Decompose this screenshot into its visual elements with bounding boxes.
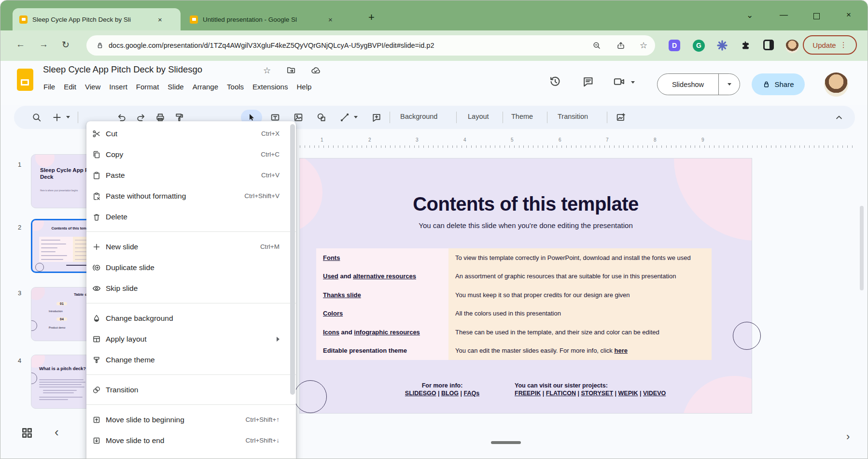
browser-tab-inactive[interactable]: Untitled presentation - Google Sl × xyxy=(183,8,352,30)
expand-panel-chevron-icon[interactable]: › xyxy=(846,430,850,443)
new-slide-caret-icon[interactable] xyxy=(66,116,70,118)
wepik-link[interactable]: WEPIK xyxy=(618,390,638,397)
menu-slide[interactable]: Slide xyxy=(163,80,188,93)
extension-d-icon[interactable]: D xyxy=(669,40,680,51)
account-avatar[interactable] xyxy=(824,72,848,97)
videvo-link[interactable]: VIDEVO xyxy=(643,390,666,397)
new-tab-button[interactable]: + xyxy=(368,11,375,24)
blog-link[interactable]: BLOG xyxy=(441,390,459,397)
context-menu-item-paste-without-formatting[interactable]: Paste without formatting Ctrl+Shift+V xyxy=(86,186,296,206)
zoom-out-icon[interactable] xyxy=(592,41,601,50)
context-menu-item-copy[interactable]: Copy Ctrl+C xyxy=(86,144,296,165)
slide-subtitle[interactable]: You can delete this slide when you're do… xyxy=(300,221,752,230)
context-menu-item-move-slide-to-end[interactable]: Move slide to end Ctrl+Shift+↓ xyxy=(86,430,296,451)
chrome-update-button[interactable]: Update ⋮ xyxy=(803,35,857,55)
tab-close-icon[interactable]: × xyxy=(158,15,162,24)
context-menu-item-change-theme[interactable]: Change theme xyxy=(86,349,296,370)
menu-tools[interactable]: Tools xyxy=(223,80,248,93)
table-row-label: Colors xyxy=(316,304,448,323)
menu-view[interactable]: View xyxy=(81,80,105,93)
back-button[interactable]: ← xyxy=(16,39,25,50)
faqs-link[interactable]: FAQs xyxy=(463,390,479,397)
context-menu-item-transition[interactable]: Transition xyxy=(86,379,296,400)
slideshow-dropdown[interactable] xyxy=(718,74,740,95)
slides-logo[interactable] xyxy=(17,69,33,91)
menu-file[interactable]: File xyxy=(39,80,59,93)
slide-canvas[interactable]: Contents of this template You can delete… xyxy=(300,158,752,413)
layout-button[interactable]: Layout xyxy=(468,113,489,120)
menu-format[interactable]: Format xyxy=(132,80,164,93)
update-menu-kebab-icon[interactable]: ⋮ xyxy=(840,41,847,49)
storyset-link[interactable]: STORYSET xyxy=(581,390,613,397)
menu-arrange[interactable]: Arrange xyxy=(188,80,223,93)
share-page-icon[interactable] xyxy=(616,41,625,50)
contents-table[interactable]: Fonts Used and alternative resources Tha… xyxy=(316,248,712,360)
document-title[interactable]: Sleep Cycle App Pitch Deck by Slidesgo xyxy=(43,64,202,75)
insert-comment-icon[interactable] xyxy=(371,112,382,123)
maximize-button[interactable] xyxy=(813,13,820,19)
menu-help[interactable]: Help xyxy=(292,80,316,93)
close-window-icon[interactable]: × xyxy=(846,10,851,20)
flaticon-link[interactable]: FLATICON xyxy=(546,390,576,397)
line-caret-icon[interactable] xyxy=(354,116,358,118)
context-menu-item-skip-slide[interactable]: Skip slide xyxy=(86,278,296,299)
extensions-puzzle-icon[interactable] xyxy=(740,40,752,51)
table-row-desc: These can be used in the template, and t… xyxy=(448,323,712,342)
grammarly-extension-icon[interactable]: G xyxy=(693,40,705,52)
bookmark-star-icon[interactable]: ☆ xyxy=(640,40,647,51)
collapse-filmstrip-chevron-icon[interactable]: ‹ xyxy=(55,425,59,440)
search-menus-icon[interactable] xyxy=(31,112,42,123)
insert-image-placeholder-icon[interactable] xyxy=(616,112,626,123)
meet-camera-icon[interactable] xyxy=(613,75,626,88)
browser-tab-active[interactable]: Sleep Cycle App Pitch Deck by Sli × xyxy=(13,8,181,30)
menu-edit[interactable]: Edit xyxy=(59,80,81,93)
insert-shape-icon[interactable] xyxy=(316,112,327,123)
context-menu-item-paste[interactable]: Paste Ctrl+V xyxy=(86,165,296,186)
browser-profile-avatar[interactable] xyxy=(785,40,799,53)
collapse-toolbar-icon[interactable] xyxy=(834,112,844,123)
insert-line-icon[interactable] xyxy=(339,112,350,123)
docs-header: Sleep Cycle App Pitch Deck by Slidesgo ☆… xyxy=(0,61,868,105)
insert-image-icon[interactable] xyxy=(293,112,304,123)
tab-search-chevron-icon[interactable]: ⌄ xyxy=(746,10,753,20)
slide-number: 1 xyxy=(18,161,21,168)
context-menu-item-apply-layout[interactable]: Apply layout xyxy=(86,329,296,349)
context-menu-item-change-background[interactable]: Change background xyxy=(86,308,296,329)
forward-button[interactable]: → xyxy=(39,39,48,50)
browser-urlbar: ← → ↻ docs.google.com/presentation/d/1TZ… xyxy=(0,30,868,61)
context-menu-scrollbar[interactable] xyxy=(290,124,295,395)
reload-button[interactable]: ↻ xyxy=(62,39,70,50)
menu-insert[interactable]: Insert xyxy=(105,80,132,93)
address-bar[interactable]: docs.google.com/presentation/d/1TZq4AWgi… xyxy=(86,35,655,56)
side-panel-icon[interactable] xyxy=(763,40,774,50)
version-history-icon[interactable] xyxy=(549,75,561,88)
new-slide-plus-icon[interactable] xyxy=(52,112,62,123)
camera-dropdown-caret-icon[interactable] xyxy=(631,81,635,84)
context-menu-item-cut[interactable]: Cut Ctrl+X xyxy=(86,123,296,144)
context-menu-item-new-slide[interactable]: New slide Ctrl+M xyxy=(86,236,296,257)
context-menu-item-delete[interactable]: Delete xyxy=(86,206,296,227)
cloud-saved-icon[interactable] xyxy=(310,65,321,75)
move-to-folder-icon[interactable] xyxy=(286,65,296,75)
slidesgo-link[interactable]: SLIDESGO xyxy=(405,390,436,397)
theme-button[interactable]: Theme xyxy=(511,113,533,120)
menu-extensions[interactable]: Extensions xyxy=(248,80,292,93)
canvas-horizontal-scrollbar[interactable] xyxy=(491,441,521,444)
slide-title[interactable]: Contents of this template xyxy=(300,193,752,215)
context-menu-item-duplicate-slide[interactable]: Duplicate slide xyxy=(86,257,296,278)
grid-view-icon[interactable] xyxy=(21,427,33,439)
comments-icon[interactable] xyxy=(582,75,594,88)
freepik-link[interactable]: FREEPIK xyxy=(515,390,541,397)
star-document-icon[interactable]: ☆ xyxy=(263,65,271,76)
here-link[interactable]: here xyxy=(614,347,627,354)
tab-close-icon[interactable]: × xyxy=(328,15,333,24)
background-button[interactable]: Background xyxy=(400,113,437,120)
extension-asterisk-icon[interactable] xyxy=(716,40,728,51)
share-button[interactable]: Share xyxy=(752,73,805,95)
slideshow-button[interactable]: Slideshow xyxy=(657,73,740,95)
context-menu-item-move-slide-to-beginning[interactable]: Move slide to beginning Ctrl+Shift+↑ xyxy=(86,409,296,430)
minimize-button[interactable]: — xyxy=(780,10,788,20)
canvas-vertical-scrollbar[interactable] xyxy=(860,206,864,290)
contents-table-right-column: To view this template correctly in Power… xyxy=(448,248,712,360)
transition-button[interactable]: Transition xyxy=(558,113,588,120)
